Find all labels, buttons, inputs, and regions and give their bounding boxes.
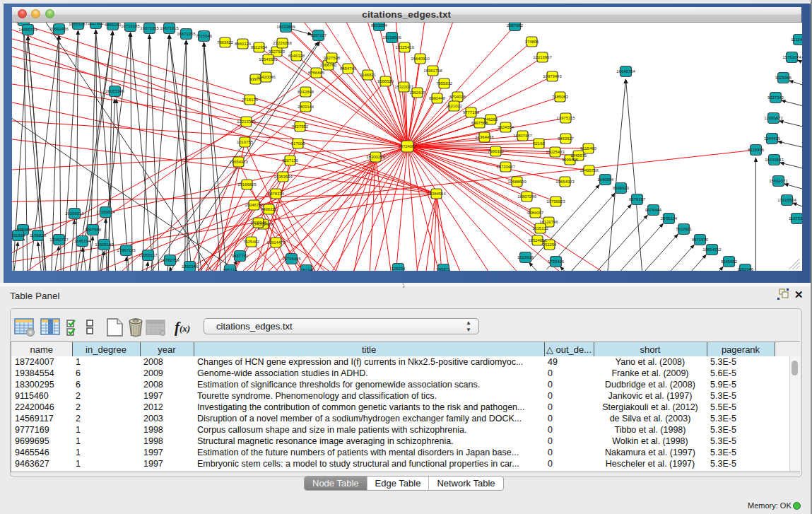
svg-text:6879197: 6879197 — [628, 197, 645, 201]
svg-text:19654923: 19654923 — [229, 159, 248, 164]
svg-text:7955812: 7955812 — [435, 81, 452, 86]
svg-text:10025433: 10025433 — [546, 149, 565, 154]
svg-text:10807487: 10807487 — [513, 133, 532, 138]
svg-text:2366760: 2366760 — [319, 62, 336, 67]
svg-text:8242848: 8242848 — [297, 89, 314, 94]
svg-text:12975115: 12975115 — [556, 115, 575, 120]
svg-text:9463627: 9463627 — [557, 136, 574, 141]
svg-text:16961758: 16961758 — [423, 68, 442, 73]
svg-text:1156829: 1156829 — [29, 233, 46, 238]
svg-text:8215956: 8215956 — [747, 147, 764, 152]
svg-text:1527602: 1527602 — [87, 23, 104, 25]
svg-text:8146328: 8146328 — [288, 53, 305, 58]
svg-text:19654923: 19654923 — [555, 179, 575, 184]
svg-text:18724007: 18724007 — [398, 144, 417, 148]
svg-text:174806: 174806 — [524, 39, 539, 44]
svg-text:2718176: 2718176 — [241, 97, 258, 102]
svg-text:20206516: 20206516 — [65, 211, 84, 216]
svg-text:6466160: 6466160 — [104, 23, 121, 27]
svg-text:12213967: 12213967 — [533, 54, 552, 59]
svg-text:9097588: 9097588 — [84, 227, 101, 232]
svg-text:19384554: 19384554 — [427, 191, 446, 196]
svg-text:8990448: 8990448 — [428, 95, 445, 100]
svg-text:1112495: 1112495 — [790, 37, 801, 42]
svg-text:7625402: 7625402 — [242, 239, 259, 244]
svg-text:1167534: 1167534 — [788, 216, 801, 221]
svg-text:1282346: 1282346 — [298, 267, 314, 271]
svg-text:15720407: 15720407 — [496, 164, 515, 169]
svg-text:10543382: 10543382 — [259, 57, 278, 62]
svg-text:1010755: 1010755 — [236, 139, 253, 144]
svg-text:10553287: 10553287 — [69, 23, 88, 26]
svg-text:1362615: 1362615 — [408, 90, 425, 95]
svg-text:18300295: 18300295 — [366, 154, 385, 159]
svg-text:1621022: 1621022 — [445, 103, 462, 108]
svg-text:18807249: 18807249 — [517, 194, 536, 199]
svg-text:16914479: 16914479 — [266, 240, 286, 245]
svg-text:1615132: 1615132 — [531, 226, 548, 230]
svg-text:93976: 93976 — [249, 76, 261, 81]
svg-text:17359924: 17359924 — [96, 209, 115, 214]
svg-text:19218506: 19218506 — [382, 35, 401, 40]
svg-text:(x): (x) — [180, 323, 190, 334]
svg-text:10756923: 10756923 — [546, 199, 565, 204]
svg-text:1640954: 1640954 — [596, 177, 613, 182]
svg-text:16033809: 16033809 — [276, 24, 295, 29]
svg-text:17957225: 17957225 — [117, 247, 136, 252]
svg-text:18495758: 18495758 — [579, 168, 599, 173]
svg-text:10973493: 10973493 — [543, 74, 562, 78]
svg-text:16782759: 16782759 — [160, 257, 180, 262]
svg-text:1409948: 1409948 — [249, 220, 266, 225]
svg-text:16671355: 16671355 — [177, 31, 196, 36]
svg-text:9699695: 9699695 — [561, 157, 578, 162]
svg-text:7632621: 7632621 — [675, 226, 692, 231]
svg-text:128234: 128234 — [391, 266, 405, 271]
svg-text:6794028: 6794028 — [449, 94, 466, 99]
svg-text:9357227: 9357227 — [310, 33, 326, 37]
svg-text:8912954: 8912954 — [250, 45, 267, 49]
svg-text:995871: 995871 — [436, 267, 450, 271]
svg-text:9474444: 9474444 — [645, 207, 661, 212]
svg-text:7986322: 7986322 — [487, 148, 504, 153]
svg-text:14353594: 14353594 — [273, 174, 293, 179]
svg-text:8938923: 8938923 — [612, 185, 629, 190]
svg-text:391594: 391594 — [12, 233, 25, 238]
svg-text:10671915: 10671915 — [160, 25, 179, 30]
svg-text:14055724: 14055724 — [18, 27, 37, 32]
svg-text:19166825: 19166825 — [237, 182, 257, 187]
svg-text:16120746: 16120746 — [539, 219, 558, 224]
svg-text:252254: 252254 — [542, 242, 556, 247]
svg-text:1282346: 1282346 — [736, 267, 753, 271]
svg-text:1849575: 1849575 — [570, 153, 587, 158]
svg-text:16640910: 16640910 — [411, 56, 430, 61]
svg-text:9777169: 9777169 — [462, 110, 479, 115]
svg-text:12213369: 12213369 — [237, 119, 256, 124]
svg-text:3624554: 3624554 — [497, 124, 514, 129]
svg-text:10654112: 10654112 — [702, 247, 722, 252]
svg-text:1244415: 1244415 — [763, 136, 780, 141]
svg-text:12505185: 12505185 — [95, 242, 114, 247]
svg-text:2087682: 2087682 — [506, 23, 523, 28]
svg-text:12942737: 12942737 — [49, 237, 69, 242]
svg-text:8813054: 8813054 — [370, 23, 387, 28]
svg-text:9227342: 9227342 — [767, 95, 784, 100]
svg-text:7663822: 7663822 — [216, 40, 233, 45]
svg-text:9327503: 9327503 — [268, 49, 285, 54]
svg-text:15692071: 15692071 — [769, 178, 788, 183]
svg-text:1588520: 1588520 — [377, 78, 394, 83]
svg-text:23226058: 23226058 — [273, 40, 292, 45]
svg-text:62160: 62160 — [533, 141, 545, 146]
svg-text:20691406: 20691406 — [49, 26, 69, 31]
svg-text:10958117: 10958117 — [139, 252, 158, 257]
svg-text:17016504: 17016504 — [777, 197, 796, 202]
svg-text:15716485: 15716485 — [282, 256, 301, 261]
svg-text:9329966: 9329966 — [775, 75, 792, 80]
svg-text:8878334: 8878334 — [267, 191, 284, 196]
svg-text:917006: 917006 — [290, 141, 305, 146]
svg-text:16648784: 16648784 — [616, 69, 635, 74]
svg-text:7515546: 7515546 — [195, 33, 212, 38]
svg-text:746266: 746266 — [483, 117, 498, 122]
svg-text:995174: 995174 — [223, 267, 237, 271]
svg-text:8756685: 8756685 — [307, 70, 324, 75]
svg-text:13325419: 13325419 — [395, 45, 414, 49]
